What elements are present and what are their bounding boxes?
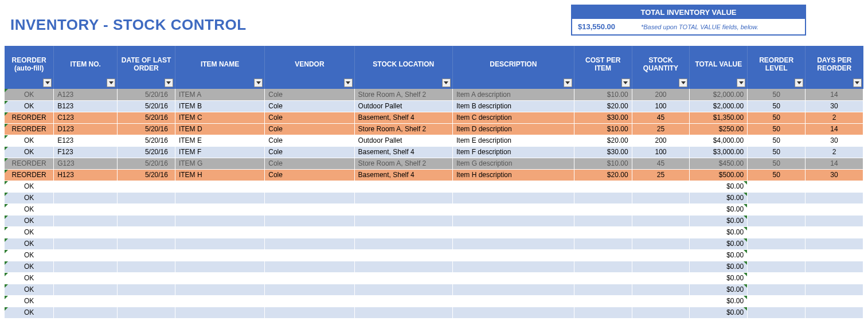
cell-reorder[interactable]: OK <box>5 146 54 158</box>
cell-itemno[interactable]: F123 <box>54 146 118 158</box>
cell-name[interactable]: ITEM H <box>175 169 264 181</box>
table-row[interactable]: OK$0.00 <box>5 307 863 318</box>
cell-cost[interactable]: $20.00 <box>574 135 632 146</box>
filter-dropdown-icon[interactable] <box>621 79 630 87</box>
cell-reorder[interactable]: OK <box>5 89 54 100</box>
cell-level[interactable] <box>748 181 806 192</box>
cell-reorder[interactable]: OK <box>5 192 54 203</box>
cell-days[interactable] <box>806 238 863 249</box>
table-row[interactable]: OK$0.00 <box>5 238 863 249</box>
cell-name[interactable] <box>175 192 264 203</box>
cell-total[interactable]: $0.00 <box>690 295 748 307</box>
cell-date[interactable]: 5/20/16 <box>118 100 175 112</box>
table-row[interactable]: REORDERH1235/20/16ITEM HColeBasement, Sh… <box>5 169 863 181</box>
header-name[interactable]: ITEM NAME <box>175 46 264 89</box>
cell-level[interactable] <box>748 192 806 203</box>
cell-qty[interactable] <box>632 238 690 249</box>
cell-reorder[interactable]: OK <box>5 203 54 215</box>
cell-cost[interactable]: $10.00 <box>574 158 632 169</box>
cell-description[interactable] <box>452 238 574 249</box>
cell-cost[interactable] <box>574 307 632 318</box>
cell-itemno[interactable]: H123 <box>54 169 118 181</box>
cell-level[interactable] <box>748 238 806 249</box>
cell-days[interactable] <box>806 181 863 192</box>
cell-description[interactable] <box>452 284 574 295</box>
cell-itemno[interactable] <box>54 307 118 318</box>
cell-vendor[interactable] <box>265 272 354 284</box>
cell-location[interactable] <box>354 261 452 272</box>
cell-itemno[interactable] <box>54 226 118 238</box>
cell-vendor[interactable]: Cole <box>265 100 354 112</box>
header-qty[interactable]: STOCK QUANTITY <box>632 46 690 89</box>
cell-date[interactable] <box>118 238 175 249</box>
cell-cost[interactable] <box>574 192 632 203</box>
table-row[interactable]: OKF1235/20/16ITEM FColeBasement, Shelf 4… <box>5 146 863 158</box>
cell-total[interactable]: $0.00 <box>690 192 748 203</box>
filter-dropdown-icon[interactable] <box>107 79 115 87</box>
cell-date[interactable]: 5/20/16 <box>118 123 175 135</box>
cell-vendor[interactable] <box>265 203 354 215</box>
cell-cost[interactable] <box>574 249 632 261</box>
cell-name[interactable]: ITEM C <box>175 112 264 123</box>
table-row[interactable]: OKA1235/20/16ITEM AColeStore Room A, She… <box>5 89 863 100</box>
cell-itemno[interactable] <box>54 249 118 261</box>
cell-itemno[interactable] <box>54 203 118 215</box>
cell-date[interactable] <box>118 284 175 295</box>
cell-vendor[interactable]: Cole <box>265 135 354 146</box>
cell-cost[interactable] <box>574 284 632 295</box>
cell-reorder[interactable]: OK <box>5 284 54 295</box>
cell-level[interactable]: 50 <box>748 146 806 158</box>
cell-date[interactable] <box>118 307 175 318</box>
cell-date[interactable]: 5/20/16 <box>118 146 175 158</box>
cell-location[interactable] <box>354 272 452 284</box>
cell-vendor[interactable] <box>265 238 354 249</box>
header-cost[interactable]: COST PER ITEM <box>574 46 632 89</box>
cell-level[interactable] <box>748 284 806 295</box>
cell-total[interactable]: $0.00 <box>690 261 748 272</box>
filter-dropdown-icon[interactable] <box>442 79 451 87</box>
cell-cost[interactable] <box>574 272 632 284</box>
cell-qty[interactable] <box>632 203 690 215</box>
cell-name[interactable] <box>175 238 264 249</box>
cell-reorder[interactable]: OK <box>5 261 54 272</box>
cell-total[interactable]: $0.00 <box>690 249 748 261</box>
table-row[interactable]: OK$0.00 <box>5 295 863 307</box>
cell-name[interactable] <box>175 272 264 284</box>
cell-name[interactable] <box>175 284 264 295</box>
cell-vendor[interactable]: Cole <box>265 169 354 181</box>
cell-total[interactable]: $0.00 <box>690 307 748 318</box>
cell-name[interactable] <box>175 181 264 192</box>
cell-cost[interactable]: $10.00 <box>574 89 632 100</box>
cell-reorder[interactable]: OK <box>5 226 54 238</box>
cell-location[interactable]: Store Room A, Shelf 2 <box>354 89 452 100</box>
cell-days[interactable] <box>806 215 863 226</box>
cell-cost[interactable] <box>574 215 632 226</box>
cell-location[interactable]: Outdoor Pallet <box>354 100 452 112</box>
cell-itemno[interactable] <box>54 261 118 272</box>
cell-qty[interactable]: 25 <box>632 123 690 135</box>
cell-level[interactable] <box>748 226 806 238</box>
filter-dropdown-icon[interactable] <box>43 79 52 87</box>
cell-reorder[interactable]: OK <box>5 181 54 192</box>
cell-description[interactable]: Item D description <box>452 123 574 135</box>
cell-cost[interactable] <box>574 238 632 249</box>
cell-description[interactable] <box>452 215 574 226</box>
cell-total[interactable]: $450.00 <box>690 158 748 169</box>
cell-qty[interactable]: 45 <box>632 158 690 169</box>
cell-days[interactable]: 30 <box>806 100 863 112</box>
cell-itemno[interactable] <box>54 284 118 295</box>
cell-vendor[interactable] <box>265 181 354 192</box>
filter-dropdown-icon[interactable] <box>165 79 173 87</box>
cell-vendor[interactable]: Cole <box>265 146 354 158</box>
cell-vendor[interactable] <box>265 307 354 318</box>
cell-days[interactable]: 14 <box>806 89 863 100</box>
cell-days[interactable]: 30 <box>806 169 863 181</box>
cell-qty[interactable]: 200 <box>632 89 690 100</box>
cell-date[interactable] <box>118 192 175 203</box>
cell-vendor[interactable] <box>265 249 354 261</box>
cell-qty[interactable] <box>632 261 690 272</box>
cell-level[interactable] <box>748 261 806 272</box>
cell-level[interactable]: 50 <box>748 158 806 169</box>
cell-qty[interactable] <box>632 307 690 318</box>
cell-level[interactable] <box>748 203 806 215</box>
